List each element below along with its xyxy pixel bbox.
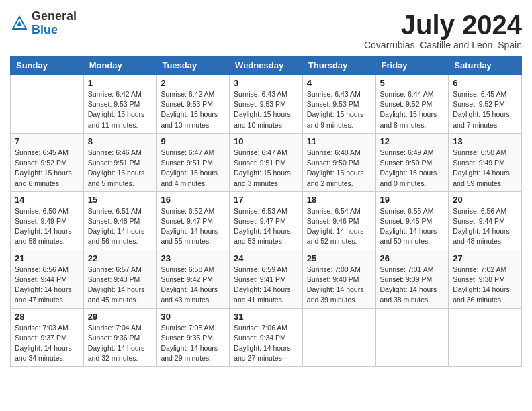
day-info: Sunrise: 6:51 AM Sunset: 9:48 PM Dayligh…: [88, 206, 152, 247]
day-number: 1: [88, 78, 152, 88]
day-info: Sunrise: 6:47 AM Sunset: 9:51 PM Dayligh…: [161, 148, 225, 189]
day-info: Sunrise: 6:49 AM Sunset: 9:50 PM Dayligh…: [380, 148, 445, 189]
day-info: Sunrise: 7:06 AM Sunset: 9:34 PM Dayligh…: [234, 323, 298, 364]
calendar-day-cell: 3Sunrise: 6:43 AM Sunset: 9:53 PM Daylig…: [230, 75, 303, 134]
day-info: Sunrise: 6:52 AM Sunset: 9:47 PM Dayligh…: [161, 206, 225, 247]
day-number: 16: [161, 195, 225, 205]
calendar-week-row: 14Sunrise: 6:50 AM Sunset: 9:49 PM Dayli…: [11, 191, 522, 250]
calendar-week-row: 21Sunrise: 6:56 AM Sunset: 9:44 PM Dayli…: [11, 250, 522, 308]
calendar-day-cell: 12Sunrise: 6:49 AM Sunset: 9:50 PM Dayli…: [375, 133, 449, 191]
day-number: 24: [234, 253, 298, 263]
day-number: 6: [453, 78, 517, 88]
day-info: Sunrise: 6:42 AM Sunset: 9:53 PM Dayligh…: [88, 89, 152, 130]
day-number: 20: [453, 195, 517, 205]
calendar-day-cell: 25Sunrise: 7:00 AM Sunset: 9:40 PM Dayli…: [302, 250, 375, 308]
day-number: 10: [234, 136, 298, 146]
calendar-week-row: 1Sunrise: 6:42 AM Sunset: 9:53 PM Daylig…: [11, 75, 522, 134]
day-info: Sunrise: 6:57 AM Sunset: 9:43 PM Dayligh…: [88, 265, 152, 306]
day-info: Sunrise: 6:50 AM Sunset: 9:49 PM Dayligh…: [453, 148, 517, 189]
day-number: 14: [15, 195, 79, 205]
day-number: 21: [15, 253, 79, 263]
day-info: Sunrise: 6:59 AM Sunset: 9:41 PM Dayligh…: [234, 265, 298, 306]
calendar-day-cell: 28Sunrise: 7:03 AM Sunset: 9:37 PM Dayli…: [11, 308, 84, 367]
calendar-day-cell: [302, 308, 375, 367]
day-info: Sunrise: 6:50 AM Sunset: 9:49 PM Dayligh…: [15, 206, 79, 247]
day-info: Sunrise: 7:00 AM Sunset: 9:40 PM Dayligh…: [307, 265, 371, 306]
day-number: 4: [307, 78, 371, 88]
day-info: Sunrise: 6:44 AM Sunset: 9:52 PM Dayligh…: [380, 89, 445, 130]
day-info: Sunrise: 6:47 AM Sunset: 9:51 PM Dayligh…: [234, 148, 298, 189]
day-number: 15: [88, 195, 152, 205]
calendar-table: SundayMondayTuesdayWednesdayThursdayFrid…: [10, 56, 522, 367]
calendar-day-cell: 22Sunrise: 6:57 AM Sunset: 9:43 PM Dayli…: [83, 250, 157, 308]
weekday-header: Friday: [375, 56, 449, 75]
calendar-day-cell: [11, 75, 84, 134]
day-number: 17: [234, 195, 298, 205]
page-header: General Blue July 2024 Covarrubias, Cast…: [10, 10, 522, 50]
calendar-day-cell: 7Sunrise: 6:45 AM Sunset: 9:52 PM Daylig…: [11, 133, 84, 191]
title-block: July 2024 Covarrubias, Castille and Leon…: [364, 10, 522, 50]
calendar-day-cell: 23Sunrise: 6:58 AM Sunset: 9:42 PM Dayli…: [157, 250, 230, 308]
day-number: 25: [307, 253, 371, 263]
day-info: Sunrise: 7:04 AM Sunset: 9:36 PM Dayligh…: [88, 323, 152, 364]
day-info: Sunrise: 6:46 AM Sunset: 9:51 PM Dayligh…: [88, 148, 152, 189]
calendar-day-cell: 1Sunrise: 6:42 AM Sunset: 9:53 PM Daylig…: [83, 75, 157, 134]
logo-icon: [10, 14, 29, 33]
day-info: Sunrise: 6:48 AM Sunset: 9:50 PM Dayligh…: [307, 148, 371, 189]
calendar-day-cell: 20Sunrise: 6:56 AM Sunset: 9:44 PM Dayli…: [449, 191, 522, 250]
day-number: 28: [15, 312, 79, 322]
calendar-day-cell: 26Sunrise: 7:01 AM Sunset: 9:39 PM Dayli…: [375, 250, 449, 308]
day-info: Sunrise: 6:55 AM Sunset: 9:45 PM Dayligh…: [380, 206, 445, 247]
calendar-day-cell: 8Sunrise: 6:46 AM Sunset: 9:51 PM Daylig…: [83, 133, 157, 191]
day-number: 13: [453, 136, 517, 146]
calendar-header-row: SundayMondayTuesdayWednesdayThursdayFrid…: [11, 56, 522, 75]
day-info: Sunrise: 7:02 AM Sunset: 9:38 PM Dayligh…: [453, 265, 517, 306]
day-number: 31: [234, 312, 298, 322]
day-info: Sunrise: 6:56 AM Sunset: 9:44 PM Dayligh…: [453, 206, 517, 247]
calendar-week-row: 7Sunrise: 6:45 AM Sunset: 9:52 PM Daylig…: [11, 133, 522, 191]
calendar-day-cell: 21Sunrise: 6:56 AM Sunset: 9:44 PM Dayli…: [11, 250, 84, 308]
day-info: Sunrise: 6:45 AM Sunset: 9:52 PM Dayligh…: [15, 148, 79, 189]
location: Covarrubias, Castille and Leon, Spain: [364, 40, 522, 50]
day-info: Sunrise: 7:03 AM Sunset: 9:37 PM Dayligh…: [15, 323, 79, 364]
day-number: 8: [88, 136, 152, 146]
day-number: 19: [380, 195, 445, 205]
day-info: Sunrise: 6:56 AM Sunset: 9:44 PM Dayligh…: [15, 265, 79, 306]
month-title: July 2024: [364, 10, 522, 40]
calendar-day-cell: [375, 308, 449, 367]
weekday-header: Thursday: [302, 56, 375, 75]
calendar-day-cell: 17Sunrise: 6:53 AM Sunset: 9:47 PM Dayli…: [230, 191, 303, 250]
calendar-day-cell: 10Sunrise: 6:47 AM Sunset: 9:51 PM Dayli…: [230, 133, 303, 191]
day-info: Sunrise: 7:05 AM Sunset: 9:35 PM Dayligh…: [161, 323, 225, 364]
day-number: 27: [453, 253, 517, 263]
calendar-day-cell: 6Sunrise: 6:45 AM Sunset: 9:52 PM Daylig…: [449, 75, 522, 134]
weekday-header: Wednesday: [230, 56, 303, 75]
day-number: 22: [88, 253, 152, 263]
day-number: 11: [307, 136, 371, 146]
weekday-header: Monday: [83, 56, 157, 75]
weekday-header: Saturday: [449, 56, 522, 75]
day-number: 29: [88, 312, 152, 322]
logo-text: General Blue: [32, 10, 77, 37]
calendar-day-cell: 27Sunrise: 7:02 AM Sunset: 9:38 PM Dayli…: [449, 250, 522, 308]
day-info: Sunrise: 7:01 AM Sunset: 9:39 PM Dayligh…: [380, 265, 445, 306]
day-number: 9: [161, 136, 225, 146]
calendar-day-cell: 2Sunrise: 6:42 AM Sunset: 9:53 PM Daylig…: [157, 75, 230, 134]
day-info: Sunrise: 6:53 AM Sunset: 9:47 PM Dayligh…: [234, 206, 298, 247]
calendar-day-cell: [449, 308, 522, 367]
day-number: 26: [380, 253, 445, 263]
day-number: 5: [380, 78, 445, 88]
calendar-day-cell: 16Sunrise: 6:52 AM Sunset: 9:47 PM Dayli…: [157, 191, 230, 250]
calendar-day-cell: 5Sunrise: 6:44 AM Sunset: 9:52 PM Daylig…: [375, 75, 449, 134]
day-info: Sunrise: 6:42 AM Sunset: 9:53 PM Dayligh…: [161, 89, 225, 130]
day-number: 18: [307, 195, 371, 205]
day-number: 30: [161, 312, 225, 322]
day-info: Sunrise: 6:54 AM Sunset: 9:46 PM Dayligh…: [307, 206, 371, 247]
calendar-day-cell: 24Sunrise: 6:59 AM Sunset: 9:41 PM Dayli…: [230, 250, 303, 308]
calendar-day-cell: 30Sunrise: 7:05 AM Sunset: 9:35 PM Dayli…: [157, 308, 230, 367]
day-number: 23: [161, 253, 225, 263]
calendar-day-cell: 31Sunrise: 7:06 AM Sunset: 9:34 PM Dayli…: [230, 308, 303, 367]
day-info: Sunrise: 6:43 AM Sunset: 9:53 PM Dayligh…: [307, 89, 371, 130]
day-info: Sunrise: 6:43 AM Sunset: 9:53 PM Dayligh…: [234, 89, 298, 130]
calendar-day-cell: 11Sunrise: 6:48 AM Sunset: 9:50 PM Dayli…: [302, 133, 375, 191]
